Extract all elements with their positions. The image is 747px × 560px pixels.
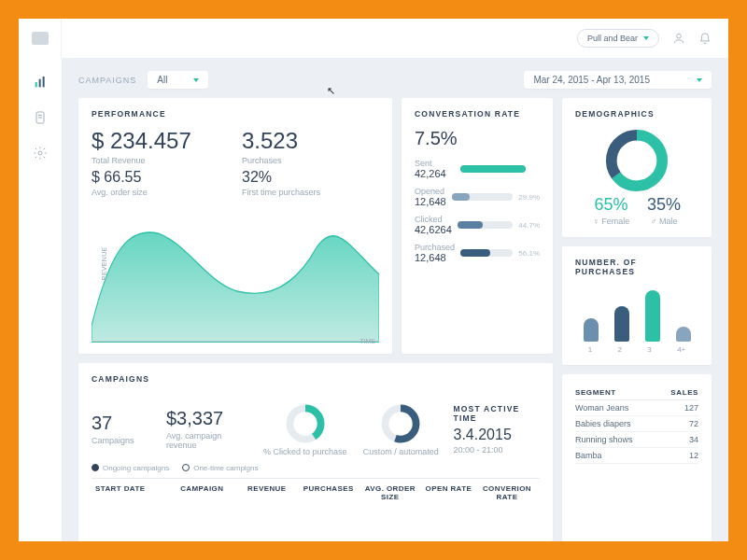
avg-order-label: Avg. order size: [92, 188, 229, 197]
purchase-bar: [614, 306, 629, 343]
avg-campaign-rev: $3,337: [166, 408, 253, 429]
male-label: ♂ Male: [647, 217, 681, 226]
logo-icon: [32, 32, 49, 45]
male-pct: 35%: [647, 195, 681, 215]
first-time-label: First time purchasers: [242, 188, 379, 197]
table-header-cell[interactable]: AVG. ORDER SIZE: [361, 484, 419, 501]
segment-col2: SALES: [658, 385, 698, 400]
campaigns-table-header: START DATECAMPAIGNREVENUEPURCHASESAVG. O…: [92, 478, 540, 503]
svg-point-0: [677, 34, 682, 38]
card-title: NUMBER. OF PURCHASES: [575, 258, 698, 276]
radio-ongoing[interactable]: Ongoing campaigns: [92, 464, 169, 472]
table-row: Bamba12: [575, 448, 698, 464]
female-label: ♀ Female: [593, 217, 629, 226]
brand-select-label: Pull and Bear: [587, 34, 638, 43]
svg-point-7: [38, 151, 42, 155]
sidebar-item-analytics[interactable]: [32, 75, 49, 90]
purchases-label: Purchases: [242, 156, 379, 165]
table-row: Woman Jeans127: [575, 400, 698, 416]
svg-rect-1: [35, 82, 37, 87]
card-title: CONVERSATION RATE: [415, 109, 540, 119]
purchase-bar: [584, 318, 599, 342]
date-range-select[interactable]: Mar 24, 2015 - Apr 13, 2015: [524, 71, 712, 89]
revenue-area-chart: REVENUE TIME: [92, 206, 379, 343]
donut2-label: Custom / automated: [358, 447, 444, 456]
stage-row: Purchased 12,648 56.1%: [415, 243, 540, 263]
stage-row: Clicked 42,6264 44.7%: [415, 215, 540, 235]
campaign-select-value: All: [157, 75, 167, 85]
bell-icon[interactable]: [698, 32, 712, 45]
donut1-label: % Clicked to purchase: [262, 447, 349, 456]
campaign-select[interactable]: All: [148, 71, 208, 89]
campaigns-label: CAMPAIGNS: [78, 76, 136, 85]
female-pct: 65%: [593, 195, 629, 215]
table-header-cell[interactable]: START DATE: [95, 484, 166, 501]
card-title: DEMOGRAPHICS: [575, 109, 698, 119]
header: Pull and Bear: [62, 19, 728, 58]
campaign-count-label: Campaigns: [92, 436, 157, 445]
chart-ylabel: REVENUE: [101, 247, 107, 281]
first-time-value: 32%: [242, 169, 379, 186]
radio-onetime[interactable]: One-time campigns: [182, 464, 258, 472]
donut-custom-auto: [379, 402, 422, 445]
sidebar-item-settings[interactable]: [32, 146, 49, 161]
table-row: Babies diapers72: [575, 416, 698, 432]
total-revenue-value: $ 234.457: [92, 128, 229, 154]
demographics-card: DEMOGRAPHICS 65% ♀ Female: [562, 98, 712, 237]
table-header-cell[interactable]: CAMPAIGN: [170, 484, 234, 501]
user-icon[interactable]: [672, 32, 685, 45]
sidebar: [19, 58, 62, 541]
campaigns-card: CAMPAIGNS 37 Campaigns $3,337 Avg. campa…: [78, 363, 553, 541]
stage-row: Opened 12,648 29.9%: [415, 187, 540, 207]
most-active-window: 20:00 - 21:00: [454, 445, 541, 455]
conversation-card: CONVERSATION RATE 7.5% Sent 42,264 Opene…: [402, 98, 553, 354]
brand-select[interactable]: Pull and Bear: [577, 29, 659, 48]
filters-bar: CAMPAIGNS All Mar 24, 2015 - Apr 13, 201…: [78, 71, 712, 89]
chart-xlabel: TIME: [359, 338, 375, 344]
logo-area: [19, 19, 62, 58]
stage-row: Sent 42,264: [415, 159, 540, 179]
sidebar-item-reports[interactable]: [32, 110, 49, 125]
svg-rect-3: [43, 77, 45, 87]
purchases-value: 3.523: [242, 128, 379, 154]
chevron-down-icon: [643, 36, 649, 40]
purchase-bar: [676, 327, 691, 343]
segment-card: SEGMENT SALES Woman Jeans127Babies diape…: [562, 374, 712, 541]
table-header-cell[interactable]: OPEN RATE: [423, 484, 474, 501]
card-title: CAMPAIGNS: [92, 374, 540, 384]
total-revenue-label: Total Revenue: [92, 156, 229, 165]
svg-rect-2: [39, 79, 41, 88]
most-active-title: MOST ACTIVE TIME: [454, 404, 541, 423]
main-content: CAMPAIGNS All Mar 24, 2015 - Apr 13, 201…: [62, 58, 728, 541]
mouse-cursor-icon: ↖: [327, 85, 335, 97]
table-header-cell[interactable]: CONVERION RATE: [478, 484, 536, 501]
chevron-down-icon: [697, 78, 702, 82]
card-title: PERFORMANCE: [92, 109, 379, 119]
date-range-value: Mar 24, 2015 - Apr 13, 2015: [533, 75, 650, 85]
campaign-count: 37: [92, 413, 157, 434]
segment-col1: SEGMENT: [575, 385, 658, 400]
purchases-bar-chart: [575, 286, 698, 342]
purchase-bar: [645, 290, 660, 342]
avg-campaign-rev-label: Avg. campaign revenue: [166, 431, 253, 450]
chevron-down-icon: [193, 78, 199, 82]
demographics-donut: [575, 128, 698, 193]
avg-order-value: $ 66.55: [92, 169, 229, 186]
performance-card: PERFORMANCE $ 234.457 Total Revenue 3.52…: [78, 98, 392, 354]
table-header-cell[interactable]: REVENUE: [238, 484, 296, 501]
table-header-cell[interactable]: PURCHASES: [300, 484, 358, 501]
conversation-rate: 7.5%: [415, 128, 540, 149]
donut-clicked-purchase: [284, 402, 327, 445]
most-active-date: 3.4.2015: [454, 427, 541, 443]
table-row: Running shows34: [575, 432, 698, 448]
num-purchases-card: NUMBER. OF PURCHASES 1234+: [562, 246, 712, 365]
